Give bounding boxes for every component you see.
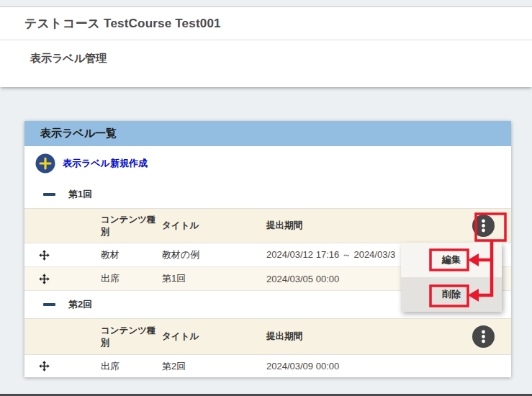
move-handle-icon[interactable]: [38, 273, 50, 285]
col-header-title: タイトル: [162, 220, 266, 231]
app-window: テストコース TestCourse Test001 表示ラベル管理 表示ラベル一…: [0, 0, 532, 396]
cell-content-type: 出席: [101, 272, 162, 285]
create-row: 表示ラベル新規作成: [24, 146, 511, 180]
cell-title: 第1回: [162, 272, 266, 285]
section-header-1: 第1回: [24, 180, 511, 208]
col-header-content-type: コンテンツ種別: [101, 214, 162, 238]
table-row: 出席 第2回 2024/03/09 00:00: [24, 355, 511, 377]
row-menu-button[interactable]: [472, 325, 495, 348]
panel-title-bar: 表示ラベル一覧: [24, 121, 511, 146]
menu-item-edit[interactable]: 編集: [401, 243, 502, 277]
plus-icon: [35, 153, 55, 174]
cell-content-type: 教材: [101, 248, 162, 261]
cell-title: 第2回: [162, 360, 266, 373]
kebab-menu-icon: [472, 215, 495, 237]
page-title: 表示ラベル管理: [30, 52, 107, 66]
row-menu-button[interactable]: [472, 215, 495, 237]
move-handle-icon[interactable]: [38, 360, 50, 372]
section-label: 第1回: [68, 188, 92, 201]
course-title-bar: テストコース TestCourse Test001: [0, 7, 532, 40]
col-header-title: タイトル: [162, 330, 266, 342]
col-header-period: 提出期間: [266, 220, 472, 231]
collapse-minus-icon[interactable]: [43, 193, 55, 196]
cell-title: 教材の例: [162, 248, 266, 261]
section-label: 第2回: [68, 298, 92, 311]
context-menu: 編集 削除: [401, 243, 502, 312]
panel-title: 表示ラベル一覧: [40, 127, 117, 140]
cell-content-type: 出席: [101, 360, 162, 373]
table-header-row: コンテンツ種別 タイトル 提出期間: [24, 318, 511, 355]
move-handle-icon[interactable]: [38, 249, 50, 261]
cell-period: 2024/03/09 00:00: [266, 361, 472, 372]
table-header-row: コンテンツ種別 タイトル 提出期間: [24, 208, 511, 243]
kebab-menu-icon: [472, 325, 495, 348]
col-header-period: 提出期間: [266, 330, 472, 342]
course-title: テストコース TestCourse Test001: [24, 15, 221, 32]
col-header-content-type: コンテンツ種別: [101, 325, 162, 348]
menu-item-delete[interactable]: 削除: [401, 277, 502, 312]
page-header: テストコース TestCourse Test001 表示ラベル管理: [0, 6, 532, 87]
page-title-bar: 表示ラベル管理: [0, 40, 532, 76]
create-label-link[interactable]: 表示ラベル新規作成: [35, 153, 148, 174]
create-label-text: 表示ラベル新規作成: [63, 157, 148, 170]
collapse-minus-icon[interactable]: [43, 303, 55, 306]
